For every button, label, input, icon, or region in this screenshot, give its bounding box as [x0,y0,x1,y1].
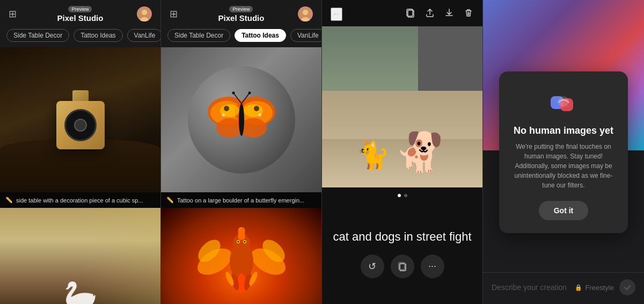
got-it-button[interactable]: Got it [539,201,589,220]
panel2-tags: Side Table Decor Tattoo Ideas VanLife Ci… [161,26,321,47]
swan-image: 🦢 [0,208,160,304]
boulder-tattoo-image [161,47,321,192]
modal-card: No human images yet We're putting the fi… [499,71,628,233]
boulder-caption-bar: ✏️ Tattoo on a large boulder of a butter… [161,192,321,208]
panel2-header: ⊞ Preview Pixel Studio [161,0,321,26]
svg-point-18 [239,104,244,136]
preview-badge-1: Preview [68,6,92,12]
svg-point-34 [237,241,239,243]
cat-emoji: 🐈 [356,142,390,169]
prompt-text: cat and dogs in street fight [333,230,471,244]
prompt-area: cat and dogs in street fight ↺ ··· [322,204,482,304]
image-dots [322,187,482,204]
speaker-image [0,47,160,192]
modal-icon [548,86,579,117]
panel2-images: ✏️ Tattoo on a large boulder of a butter… [161,47,321,304]
tag-vanlife-2[interactable]: VanLife [290,29,321,42]
panel3-header: ← [322,0,482,26]
svg-point-16 [222,113,225,117]
panel3-header-actions [405,8,474,21]
panel2-title: Pixel Studio [218,13,265,23]
tag-side-table-1[interactable]: Side Table Decor [6,29,69,42]
avatar-1 [137,6,152,21]
speaker-caption-text: side table with a decoration piece of a … [16,197,143,204]
tag-tattoo-2[interactable]: Tattoo Ideas [235,29,286,42]
speaker-caption: ✏️ side table with a decoration piece of… [0,192,160,208]
preview-badge-2: Preview [229,6,253,12]
delete-icon-3[interactable] [463,8,474,21]
svg-point-17 [258,113,261,117]
panel3-action-buttons: ↺ ··· [361,255,444,278]
pencil-icon-2: ✏️ [166,197,174,204]
phoenix-image [161,208,321,304]
dot-1 [398,194,401,197]
refresh-button[interactable]: ↺ [361,255,384,278]
back-button[interactable]: ← [331,8,342,21]
share-icon-3[interactable] [425,8,435,21]
panel2-header-left: ⊞ [170,8,178,20]
modal-body: We're putting the final touches on human… [512,142,615,190]
panel-1: ⊞ Preview Pixel Studio Side Table Decor … [0,0,161,304]
svg-point-22 [248,92,251,95]
swan-icon: 🦢 [64,279,97,304]
panel1-images: ✏️ side table with a decoration piece of… [0,47,160,304]
panel2-header-center: Preview Pixel Studio [218,6,265,23]
panel1-header-left: ⊞ [9,8,17,20]
svg-point-21 [232,92,235,95]
download-icon-3[interactable] [444,8,455,21]
grid-icon: ⊞ [9,8,17,20]
tag-tattoo-1[interactable]: Tattoo Ideas [74,29,122,42]
tag-vanlife-1[interactable]: VanLife [127,29,160,42]
butterfly-svg [204,85,279,155]
dot-2 [404,194,407,197]
dog-emoji: 🐕 [395,133,443,171]
svg-point-14 [224,106,229,111]
panel1-tags: Side Table Decor Tattoo Ideas VanLife Ci… [0,26,160,47]
phoenix-svg [193,213,290,299]
modal-overlay: No human images yet We're putting the fi… [483,0,644,304]
panel1-title: Pixel Studio [57,13,104,23]
svg-point-4 [303,10,308,15]
boulder-caption-text: Tattoo on a large boulder of a butterfly… [177,197,304,204]
panel-4: No human images yet We're putting the fi… [483,0,644,304]
boulder-shape [188,66,295,173]
svg-point-35 [244,241,245,243]
pencil-icon-1: ✏️ [5,197,13,204]
panel1-header: ⊞ Preview Pixel Studio [0,0,160,26]
svg-point-1 [142,10,147,15]
duplicate-button[interactable] [391,255,414,278]
tag-side-table-2[interactable]: Side Table Decor [167,29,230,42]
avatar-2 [298,6,313,21]
more-button[interactable]: ··· [421,255,444,278]
copy-icon-3[interactable] [405,8,416,21]
panel-3: ← [322,0,483,304]
svg-point-15 [254,106,259,111]
grid-icon-2: ⊞ [170,8,178,20]
catdog-photo: 🐈 🐕 [322,26,482,187]
panel1-header-center: Preview Pixel Studio [57,6,104,23]
modal-title: No human images yet [514,125,613,136]
panel-2: ⊞ Preview Pixel Studio Side Table Decor … [161,0,322,304]
animals-container: 🐈 🐕 [362,133,443,171]
